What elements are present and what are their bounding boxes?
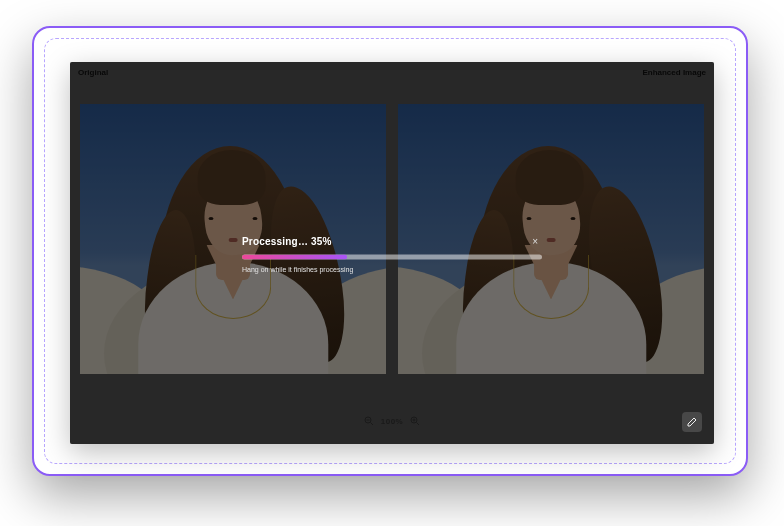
progress-title: Processing… 35% [242,236,332,247]
progress-bar [242,255,542,260]
outer-frame: Original Enhanced Image [32,26,748,476]
zoom-value: 100% [381,417,403,426]
app-window: Original Enhanced Image [70,62,714,444]
edit-icon [686,416,698,428]
progress-message: Hang on while it finishes processing [242,266,542,273]
close-icon: × [532,236,538,247]
footer: 100% [70,398,714,444]
zoom-in-icon [409,415,421,427]
progress-fill [242,255,347,260]
edit-button[interactable] [682,412,702,432]
svg-line-4 [417,423,420,426]
svg-line-1 [370,423,373,426]
zoom-out-icon [363,415,375,427]
zoom-controls: 100% [363,415,421,427]
zoom-in-button[interactable] [409,415,421,427]
progress-modal: Processing… 35% × Hang on while it finis… [242,234,542,273]
zoom-out-button[interactable] [363,415,375,427]
close-button[interactable]: × [528,234,542,249]
